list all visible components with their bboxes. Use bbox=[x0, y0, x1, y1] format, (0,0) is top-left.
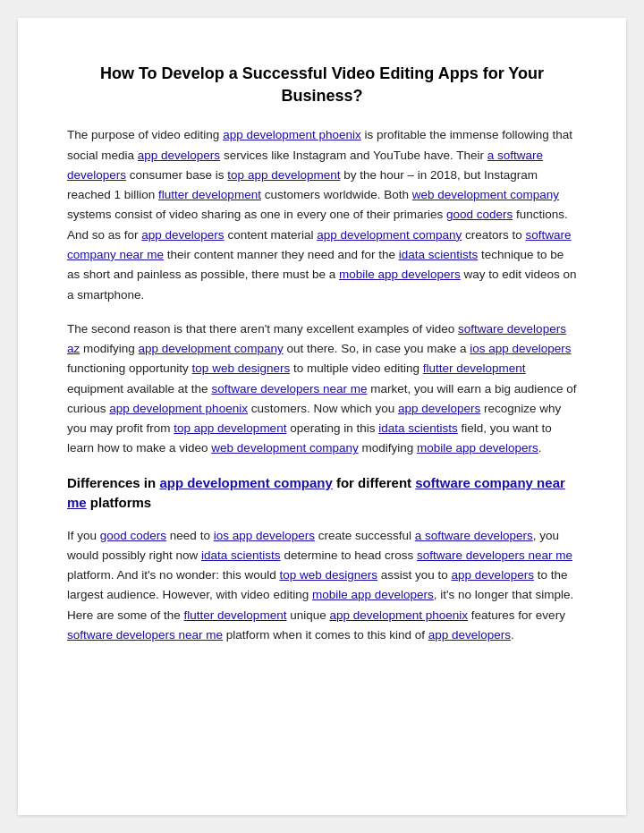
link-top-web-designers-1[interactable]: top web designers bbox=[192, 361, 291, 375]
link-ios-app-developers-1[interactable]: ios app developers bbox=[470, 342, 571, 355]
page-container: How To Develop a Successful Video Editin… bbox=[18, 18, 626, 815]
link-app-developers-1[interactable]: app developers bbox=[138, 149, 220, 162]
link-software-developers-near-me-2[interactable]: software developers near me bbox=[417, 548, 572, 562]
link-a-software-developers-2[interactable]: a software developers bbox=[415, 529, 533, 542]
link-mobile-app-developers-2[interactable]: mobile app developers bbox=[417, 441, 538, 455]
link-flutter-development-1[interactable]: flutter development bbox=[158, 188, 261, 201]
link-flutter-development-3[interactable]: flutter development bbox=[184, 608, 287, 622]
heading-between: for different bbox=[333, 475, 416, 490]
link-ios-app-developers-2[interactable]: ios app developers bbox=[214, 529, 315, 542]
link-app-development-phoenix-2[interactable]: app development phoenix bbox=[109, 402, 248, 415]
paragraph-1: The purpose of video editing app develop… bbox=[67, 125, 577, 304]
link-app-developers-3[interactable]: app developers bbox=[398, 402, 480, 415]
link-web-development-company-2[interactable]: web development company bbox=[211, 441, 358, 455]
link-app-developers-2[interactable]: app developers bbox=[141, 228, 224, 242]
link-top-web-designers-2[interactable]: top web designers bbox=[279, 568, 377, 582]
heading-before: Differences in bbox=[67, 475, 159, 490]
link-idata-scientists-1[interactable]: idata scientists bbox=[399, 248, 479, 261]
link-idata-scientists-2[interactable]: idata scientists bbox=[378, 421, 458, 435]
link-flutter-development-2[interactable]: flutter development bbox=[423, 361, 526, 375]
link-mobile-app-developers-1[interactable]: mobile app developers bbox=[339, 268, 461, 281]
link-top-app-development-2[interactable]: top app development bbox=[174, 421, 286, 435]
paragraph-2: The second reason is that there aren't m… bbox=[67, 319, 577, 459]
link-app-development-phoenix-1[interactable]: app development phoenix bbox=[223, 128, 361, 141]
link-app-developers-4[interactable]: app developers bbox=[452, 568, 534, 582]
link-idata-scientists-3[interactable]: idata scientists bbox=[201, 548, 281, 562]
link-mobile-app-developers-3[interactable]: mobile app developers bbox=[312, 588, 434, 601]
link-software-developers-near-me-1[interactable]: software developers near me bbox=[211, 382, 367, 395]
link-good-coders-1[interactable]: good coders bbox=[446, 208, 513, 221]
link-web-development-company-1[interactable]: web development company bbox=[412, 188, 559, 201]
link-app-development-company-2[interactable]: app development company bbox=[139, 342, 284, 355]
link-top-app-development-1[interactable]: top app development bbox=[227, 168, 340, 182]
link-app-development-company-1[interactable]: app development company bbox=[317, 228, 462, 242]
heading-after: platforms bbox=[87, 495, 152, 510]
section-heading: Differences in app development company f… bbox=[67, 473, 577, 514]
paragraph-3: If you good coders need to ios app devel… bbox=[67, 526, 577, 646]
link-app-development-phoenix-3[interactable]: app development phoenix bbox=[329, 608, 468, 622]
link-software-developers-near-me-3[interactable]: software developers near me bbox=[67, 628, 223, 642]
link-app-developers-5[interactable]: app developers bbox=[428, 628, 511, 642]
page-title: How To Develop a Successful Video Editin… bbox=[67, 63, 577, 107]
link-app-development-company-heading[interactable]: app development company bbox=[159, 475, 332, 490]
link-good-coders-2[interactable]: good coders bbox=[100, 529, 166, 542]
